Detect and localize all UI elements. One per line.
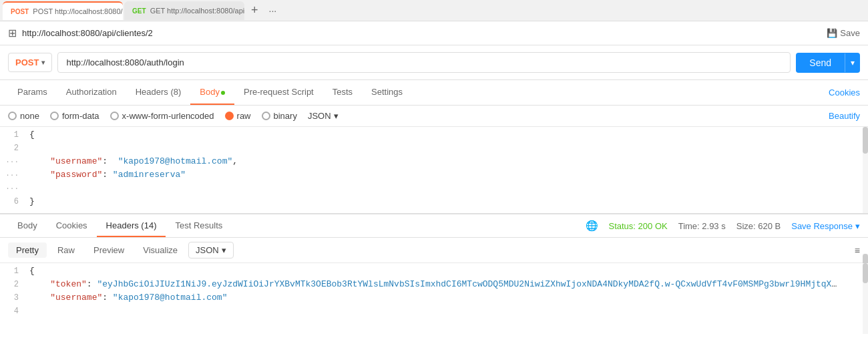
tab-tests[interactable]: Tests bbox=[323, 80, 362, 105]
scrollbar-thumb bbox=[863, 127, 868, 154]
browser-tab-2[interactable]: GET GET http://localhost:8080/api bbox=[124, 1, 244, 20]
json-format-select[interactable]: JSON ▾ bbox=[308, 111, 339, 121]
tab-params[interactable]: Params bbox=[8, 80, 57, 105]
address-save-button[interactable]: 💾 Save bbox=[827, 28, 860, 38]
view-tabs-bar: Pretty Raw Preview Visualize JSON ▾ ≡ bbox=[0, 238, 868, 263]
code-line-1: 1 { bbox=[0, 130, 868, 143]
json-chevron-icon: ▾ bbox=[334, 111, 339, 121]
method-label: POST bbox=[15, 57, 39, 67]
radio-raw[interactable]: raw bbox=[225, 111, 251, 121]
save-icon: 💾 bbox=[827, 28, 837, 38]
tab1-label: POST POST http://localhost:8080/ap bbox=[11, 7, 123, 15]
address-icon: ⊞ bbox=[8, 27, 17, 39]
tab-settings[interactable]: Settings bbox=[362, 80, 412, 105]
response-time: Time: 2.93 s bbox=[678, 221, 726, 231]
view-format-chevron-icon: ▾ bbox=[222, 245, 226, 255]
resp-line-3: 3 "username": "kapo1978@hotmail.com" bbox=[0, 293, 857, 306]
radio-form-data-circle bbox=[50, 112, 59, 120]
response-status: Status: 200 OK bbox=[609, 221, 668, 231]
tab-headers[interactable]: Headers (8) bbox=[126, 80, 191, 105]
view-tab-raw[interactable]: Raw bbox=[49, 242, 83, 258]
url-input[interactable] bbox=[57, 52, 791, 73]
radio-form-data[interactable]: form-data bbox=[50, 111, 99, 121]
request-tabs-bar: Params Authorization Headers (8) Body Pr… bbox=[0, 80, 868, 106]
code-line-2: 2 bbox=[0, 143, 868, 156]
resp-line-1: 1 { bbox=[0, 266, 857, 279]
new-tab-button[interactable]: + bbox=[246, 3, 264, 17]
method-chevron-icon: ▾ bbox=[41, 59, 45, 66]
response-size: Size: 620 B bbox=[736, 221, 781, 231]
code-line-4: ··· "password": "adminreserva" bbox=[0, 170, 868, 183]
method-select[interactable]: POST ▾ bbox=[8, 53, 52, 72]
app-container: POST POST http://localhost:8080/ap GET G… bbox=[0, 0, 868, 354]
response-tab-headers[interactable]: Headers (14) bbox=[97, 215, 166, 237]
tab-pre-request[interactable]: Pre-request Script bbox=[234, 80, 323, 105]
save-response-button[interactable]: Save Response ▾ bbox=[791, 221, 860, 231]
more-tabs-button[interactable]: ··· bbox=[264, 5, 282, 16]
body-type-bar: none form-data x-www-form-urlencoded raw… bbox=[0, 106, 868, 127]
send-button[interactable]: Send ▾ bbox=[796, 53, 860, 73]
response-tabs-bar: Body Cookies Headers (14) Test Results 🌐… bbox=[0, 214, 868, 238]
response-tab-test-results[interactable]: Test Results bbox=[166, 215, 232, 237]
radio-binary[interactable]: binary bbox=[262, 111, 297, 121]
response-meta: 🌐 Status: 200 OK Time: 2.93 s Size: 620 … bbox=[586, 214, 861, 237]
browser-tab-1[interactable]: POST POST http://localhost:8080/ap bbox=[3, 1, 123, 20]
globe-icon: 🌐 bbox=[586, 220, 598, 232]
save-response-chevron-icon: ▾ bbox=[855, 221, 860, 231]
view-tab-visualize[interactable]: Visualize bbox=[135, 242, 186, 258]
response-code-scrollbar[interactable] bbox=[863, 263, 868, 322]
response-code: 1 { 2 "token": "eyJhbGciOiJIUzI1NiJ9.eyJ… bbox=[0, 263, 868, 322]
code-line-3: ··· "username": "kapo1978@hotmail.com", bbox=[0, 156, 868, 170]
radio-urlencoded[interactable]: x-www-form-urlencoded bbox=[110, 111, 214, 121]
view-format-select[interactable]: JSON ▾ bbox=[188, 242, 234, 258]
code-line-5: ··· bbox=[0, 183, 868, 196]
radio-none[interactable]: none bbox=[8, 111, 39, 121]
send-label: Send bbox=[796, 53, 845, 73]
address-bar: ⊞ http://localhost:8080/api/clientes/2 💾… bbox=[0, 21, 868, 45]
editor-scrollbar[interactable] bbox=[863, 127, 868, 213]
address-url: http://localhost:8080/api/clientes/2 bbox=[22, 28, 821, 38]
view-actions: ≡ bbox=[855, 245, 860, 256]
tab2-label: GET GET http://localhost:8080/api bbox=[132, 7, 244, 15]
request-bar: POST ▾ Send ▾ bbox=[0, 45, 868, 80]
browser-tabs-bar: POST POST http://localhost:8080/ap GET G… bbox=[0, 0, 868, 21]
send-dropdown-icon: ▾ bbox=[845, 53, 860, 72]
tab-body[interactable]: Body bbox=[190, 80, 234, 105]
response-code-scrollbar-thumb bbox=[863, 263, 868, 283]
view-tab-preview[interactable]: Preview bbox=[85, 242, 132, 258]
code-line-6: 6 } bbox=[0, 196, 868, 210]
body-dot bbox=[221, 91, 225, 95]
radio-none-circle bbox=[8, 112, 17, 120]
resp-line-4: 4 bbox=[0, 306, 857, 319]
view-tab-pretty[interactable]: Pretty bbox=[8, 242, 47, 258]
radio-binary-circle bbox=[262, 112, 270, 120]
code-editor[interactable]: 1 { 2 ··· "username": "kapo1978@hotmail.… bbox=[0, 127, 868, 214]
radio-urlencoded-circle bbox=[110, 112, 119, 120]
cookies-link[interactable]: Cookies bbox=[829, 81, 860, 104]
tab-authorization[interactable]: Authorization bbox=[57, 80, 126, 105]
radio-raw-circle bbox=[225, 112, 234, 120]
filter-icon[interactable]: ≡ bbox=[855, 245, 860, 256]
beautify-button[interactable]: Beautify bbox=[829, 111, 860, 121]
response-tab-cookies[interactable]: Cookies bbox=[47, 215, 97, 237]
response-section: Body Cookies Headers (14) Test Results 🌐… bbox=[0, 214, 868, 322]
response-tab-body[interactable]: Body bbox=[8, 215, 47, 237]
resp-line-2: 2 "token": "eyJhbGciOiJIUzI1NiJ9.eyJzdWI… bbox=[0, 279, 857, 293]
